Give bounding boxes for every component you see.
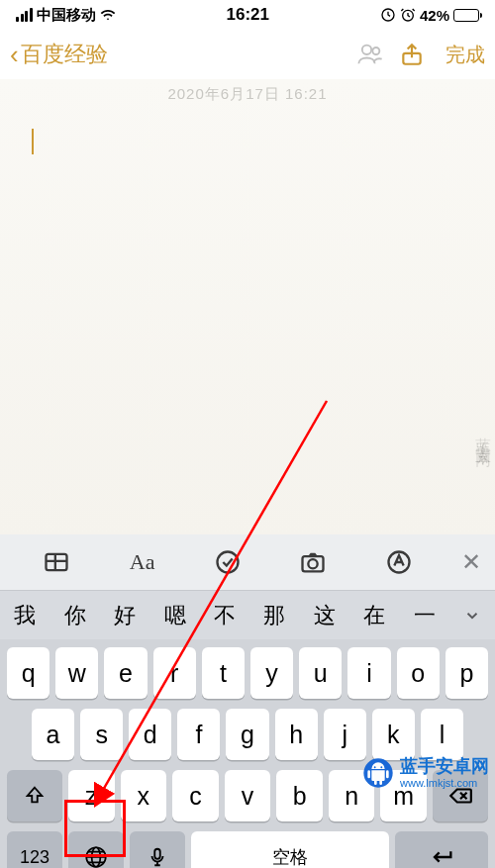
candidate[interactable]: 不: [200, 601, 249, 630]
carrier-label: 中国移动: [37, 6, 96, 25]
svg-point-8: [309, 559, 318, 568]
numeric-key[interactable]: 123: [7, 831, 62, 868]
signal-icon: [16, 8, 33, 22]
candidate[interactable]: 那: [249, 601, 299, 630]
key-c[interactable]: c: [172, 770, 219, 821]
keyboard: q w e r t y u i o p a s d f g h j k l z …: [0, 639, 495, 868]
dismiss-toolbar-button[interactable]: ✕: [442, 548, 481, 576]
key-i[interactable]: i: [347, 647, 390, 699]
camera-icon[interactable]: [270, 548, 355, 576]
kb-row-1: q w e r t y u i o p: [4, 647, 491, 699]
candidate-expand-button[interactable]: [449, 607, 495, 625]
key-j[interactable]: j: [324, 709, 366, 760]
svg-point-6: [218, 552, 239, 573]
status-right: 42%: [380, 7, 479, 24]
key-q[interactable]: q: [7, 647, 50, 699]
android-icon: [362, 757, 394, 789]
table-icon[interactable]: [14, 548, 99, 576]
note-editor[interactable]: 2020年6月17日 16:21: [0, 79, 495, 534]
battery-pct: 42%: [420, 7, 449, 24]
key-p[interactable]: p: [446, 647, 488, 699]
status-time: 16:21: [116, 5, 380, 25]
kb-row-2: a s d f g h j k l: [4, 709, 491, 760]
svg-point-2: [362, 46, 371, 54]
wifi-icon: [100, 7, 116, 23]
key-o[interactable]: o: [397, 647, 440, 699]
globe-key[interactable]: [68, 831, 124, 868]
checklist-icon[interactable]: [185, 548, 270, 576]
key-h[interactable]: h: [275, 709, 318, 760]
alarm-icon: [400, 7, 416, 23]
collaborate-icon[interactable]: [354, 39, 386, 70]
done-button[interactable]: 完成: [438, 42, 485, 68]
status-left: 中国移动: [16, 6, 116, 25]
note-timestamp: 2020年6月17日 16:21: [0, 79, 495, 104]
key-b[interactable]: b: [276, 770, 323, 821]
candidate[interactable]: 这: [300, 601, 349, 630]
dictation-key[interactable]: [130, 831, 185, 868]
svg-point-3: [372, 48, 379, 54]
key-r[interactable]: r: [153, 647, 196, 699]
format-toolbar: Aa ✕: [0, 534, 495, 590]
candidate[interactable]: 我: [0, 601, 50, 630]
back-label: 百度经验: [21, 40, 108, 69]
candidate[interactable]: 好: [100, 601, 149, 630]
candidate[interactable]: 在: [349, 601, 399, 630]
key-e[interactable]: e: [104, 647, 147, 699]
nav-bar: ‹ 百度经验 完成: [0, 30, 495, 79]
battery-icon: [453, 9, 479, 22]
watermark: 蓝手安卓网 www.lmkjst.com: [362, 757, 489, 789]
key-x[interactable]: x: [121, 770, 167, 821]
kb-row-bottom: 123 空格: [4, 831, 491, 868]
watermark-text: 蓝手安卓网 www.lmkjst.com: [400, 757, 489, 789]
markup-icon[interactable]: [356, 548, 442, 576]
key-d[interactable]: d: [129, 709, 171, 760]
key-f[interactable]: f: [177, 709, 220, 760]
candidate[interactable]: 嗯: [149, 601, 199, 630]
ime-candidate-bar: 我 你 好 嗯 不 那 这 在 一: [0, 590, 495, 639]
back-button[interactable]: ‹ 百度经验: [10, 40, 108, 69]
svg-rect-12: [154, 849, 160, 859]
key-a[interactable]: a: [32, 709, 74, 760]
watermark-url: www.lmkjst.com: [400, 777, 489, 789]
key-v[interactable]: v: [225, 770, 271, 821]
status-bar: 中国移动 16:21 42%: [0, 0, 495, 30]
return-key[interactable]: [395, 831, 488, 868]
shift-key[interactable]: [7, 770, 62, 821]
space-key[interactable]: 空格: [191, 831, 389, 868]
vertical-watermark: 蓝手安卓网: [472, 425, 493, 444]
key-g[interactable]: g: [226, 709, 268, 760]
text-cursor: [32, 129, 34, 154]
chevron-left-icon: ‹: [10, 42, 19, 67]
share-button[interactable]: [396, 39, 428, 70]
key-t[interactable]: t: [202, 647, 245, 699]
text-format-button[interactable]: Aa: [99, 549, 184, 575]
watermark-title: 蓝手安卓网: [400, 756, 489, 776]
key-z[interactable]: z: [68, 770, 115, 821]
candidate[interactable]: 你: [50, 601, 99, 630]
lock-icon: [380, 7, 396, 23]
key-k[interactable]: k: [372, 709, 415, 760]
key-w[interactable]: w: [55, 647, 98, 699]
key-l[interactable]: l: [421, 709, 463, 760]
key-y[interactable]: y: [250, 647, 293, 699]
key-s[interactable]: s: [80, 709, 123, 760]
candidate[interactable]: 一: [400, 601, 449, 630]
key-u[interactable]: u: [299, 647, 342, 699]
